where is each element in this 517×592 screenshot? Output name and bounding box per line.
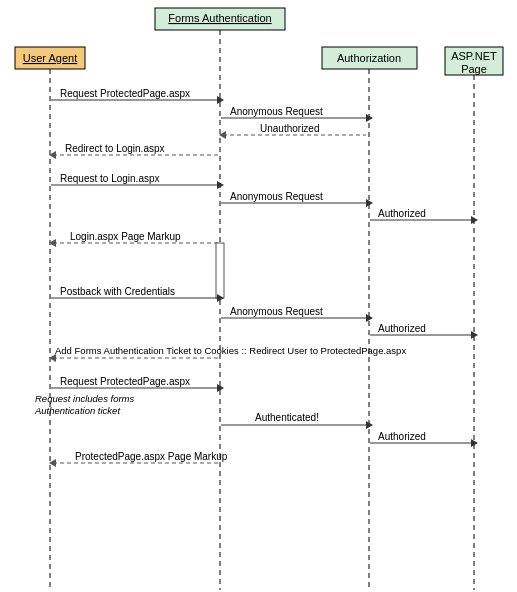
msg4-label: Redirect to Login.aspx [65, 143, 165, 154]
svg-marker-32 [49, 354, 56, 362]
msg6-label: Anonymous Request [230, 191, 323, 202]
note-label1: Request includes forms [35, 393, 135, 404]
svg-rect-1 [15, 47, 85, 69]
msg9-label: Postback with Credentials [60, 286, 175, 297]
msg12-label: Add Forms Authentication Ticket to Cooki… [55, 345, 406, 356]
svg-marker-11 [366, 114, 373, 122]
svg-rect-24 [216, 243, 224, 298]
note-label2: Authentication ticket [34, 405, 120, 416]
svg-marker-30 [471, 331, 478, 339]
diagram-svg: Forms Authentication User Agent Authoriz… [0, 0, 517, 592]
svg-rect-2 [322, 47, 417, 69]
msg3-label: Unauthorized [260, 123, 319, 134]
actor-user-label: User Agent [23, 52, 77, 64]
svg-marker-9 [217, 96, 224, 104]
msg1-label: Request ProtectedPage.aspx [60, 88, 190, 99]
msg5-label: Request to Login.aspx [60, 173, 160, 184]
svg-marker-15 [49, 151, 56, 159]
svg-rect-0 [155, 8, 285, 30]
svg-marker-19 [366, 199, 373, 207]
svg-marker-23 [49, 239, 56, 247]
actor-aspnet-label2: Page [461, 63, 487, 75]
svg-marker-28 [366, 314, 373, 322]
msg14-label: Authenticated! [255, 412, 319, 423]
svg-marker-21 [471, 216, 478, 224]
svg-marker-36 [366, 421, 373, 429]
msg11-label: Authorized [378, 323, 426, 334]
svg-marker-26 [217, 294, 224, 302]
svg-marker-13 [219, 131, 226, 139]
svg-marker-40 [49, 459, 56, 467]
msg16-label: ProtectedPage.aspx Page Markup [75, 451, 228, 462]
actor-auth-label: Authorization [337, 52, 401, 64]
msg10-label: Anonymous Request [230, 306, 323, 317]
msg2-label: Anonymous Request [230, 106, 323, 117]
msg15-label: Authorized [378, 431, 426, 442]
msg8-label: Login.aspx Page Markup [70, 231, 181, 242]
svg-marker-17 [217, 181, 224, 189]
diagram-title: Forms Authentication [168, 12, 271, 24]
msg13-label: Request ProtectedPage.aspx [60, 376, 190, 387]
svg-rect-3 [445, 47, 503, 75]
msg7-label: Authorized [378, 208, 426, 219]
sequence-diagram: Forms Authentication User Agent Authoriz… [0, 0, 517, 592]
svg-marker-38 [471, 439, 478, 447]
actor-aspnet-label1: ASP.NET [451, 50, 497, 62]
svg-marker-34 [217, 384, 224, 392]
